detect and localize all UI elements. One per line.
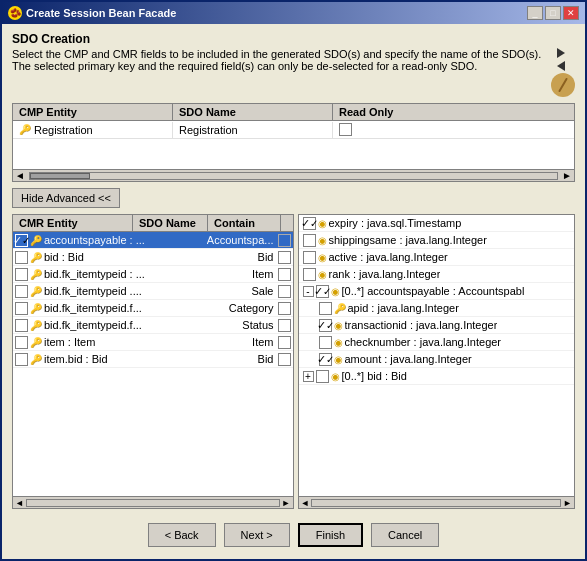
tree-row-active[interactable]: ◉ active : java.lang.Integer — [299, 249, 575, 266]
cmr-row-3[interactable]: 🔑 bid.fk_itemtypeid : ... Item — [13, 266, 293, 283]
main-window: 🫘 Create Session Bean Facade _ □ ✕ SDO C… — [0, 0, 587, 561]
tree-cb-shipping[interactable] — [303, 234, 316, 247]
tree-scroll-right[interactable]: ► — [563, 498, 572, 508]
tree-row-apid[interactable]: 🔑 apid : java.lang.Integer — [299, 300, 575, 317]
tree-row-checknum[interactable]: ◉ checknumber : java.lang.Integer — [299, 334, 575, 351]
arrow-left-icon — [557, 61, 565, 71]
tree-row-shipping[interactable]: ◉ shippingsame : java.lang.Integer — [299, 232, 575, 249]
cmp-scrollbar[interactable]: ◄ ► — [13, 169, 574, 181]
scroll-thumb[interactable] — [30, 173, 90, 179]
table-row[interactable]: 🔑 Registration Registration — [13, 121, 574, 139]
scroll-left-icon[interactable]: ◄ — [15, 170, 25, 181]
tree-icon-bid: ◉ — [331, 371, 340, 382]
back-button[interactable]: < Back — [148, 523, 216, 547]
tree-cb-bid[interactable] — [316, 370, 329, 383]
tree-text-amount: amount : java.lang.Integer — [345, 353, 472, 365]
tree-cb-active[interactable] — [303, 251, 316, 264]
cmr-scroll-right[interactable]: ► — [282, 498, 291, 508]
cmr-scrollbar[interactable]: ◄ ► — [13, 496, 293, 508]
cmr-row-4[interactable]: 🔑 bid.fk_itemtypeid .... Sale — [13, 283, 293, 300]
tree-row-expiry[interactable]: ✓ ◉ expiry : java.sql.Timestamp — [299, 215, 575, 232]
hide-advanced-label[interactable]: Hide Advanced << — [12, 188, 120, 208]
cmr-entity-icon-6: 🔑 — [30, 320, 42, 331]
scroll-right-icon[interactable]: ► — [562, 170, 572, 181]
section-description: Select the CMP and CMR fields to be incl… — [12, 48, 543, 72]
cmr-contain-7[interactable] — [278, 336, 291, 349]
tree-icon-active: ◉ — [318, 252, 327, 263]
cmr-scroll-left[interactable]: ◄ — [15, 498, 24, 508]
tree-cb-checknum[interactable] — [319, 336, 332, 349]
tree-cb-apid[interactable] — [319, 302, 332, 315]
cmr-contain-1[interactable] — [278, 234, 291, 247]
tree-cb-expiry[interactable]: ✓ — [303, 217, 316, 230]
tree-row-acctpay[interactable]: - ✓ ◉ [0..*] accountspayable : Accountsp… — [299, 283, 575, 300]
section-desc-row: Select the CMP and CMR fields to be incl… — [12, 48, 575, 97]
cmr-entity-icon-7: 🔑 — [30, 337, 42, 348]
cmr-checkbox-2[interactable] — [15, 251, 28, 264]
readonly-checkbox[interactable] — [339, 123, 352, 136]
tree-cb-amount[interactable]: ✓ — [319, 353, 332, 366]
cmr-row-6[interactable]: 🔑 bid.fk_itemtypeid.f... Status — [13, 317, 293, 334]
tree-icon-amount: ◉ — [334, 354, 343, 365]
cmr-contain-4[interactable] — [278, 285, 291, 298]
tree-expand-bid[interactable]: + — [303, 371, 314, 382]
minimize-button[interactable]: _ — [527, 6, 543, 20]
tree-scrollbar[interactable]: ◄ ► — [299, 496, 575, 508]
cmr-entity-text-1: accountspayable : ... — [44, 234, 145, 246]
cmr-checkbox-8[interactable] — [15, 353, 28, 366]
close-button[interactable]: ✕ — [563, 6, 579, 20]
cmr-checkbox-7[interactable] — [15, 336, 28, 349]
cmr-contain-3[interactable] — [278, 268, 291, 281]
cmr-checkbox-1[interactable]: ✓ — [15, 234, 28, 247]
tree-expand-acctpay[interactable]: - — [303, 286, 314, 297]
cmr-entity-text-8: item.bid : Bid — [44, 353, 108, 365]
tree-row-rank[interactable]: ◉ rank : java.lang.Integer — [299, 266, 575, 283]
bean-icon — [551, 73, 575, 97]
tree-cb-transid[interactable]: ✓ — [319, 319, 332, 332]
cmr-row-7[interactable]: 🔑 item : Item Item — [13, 334, 293, 351]
cmr-checkbox-3[interactable] — [15, 268, 28, 281]
cmr-row-1[interactable]: ✓ 🔑 accountspayable : ... Accountspa... — [13, 232, 293, 249]
tree-scroll-left[interactable]: ◄ — [301, 498, 310, 508]
cmr-contain-8[interactable] — [278, 353, 291, 366]
tree-row-amount[interactable]: ✓ ◉ amount : java.lang.Integer — [299, 351, 575, 368]
tree-icon-checknum: ◉ — [334, 337, 343, 348]
cmr-checkbox-6[interactable] — [15, 319, 28, 332]
cmr-checkbox-4[interactable] — [15, 285, 28, 298]
maximize-button[interactable]: □ — [545, 6, 561, 20]
cmr-contain-2[interactable] — [278, 251, 291, 264]
cmr-contain-6[interactable] — [278, 319, 291, 332]
tree-icon-expiry: ◉ — [318, 218, 327, 229]
cmr-sdo-text-8: Bid — [258, 353, 276, 365]
tree-cb-rank[interactable] — [303, 268, 316, 281]
advanced-section: CMR Entity SDO Name Contain ✓ 🔑 accounts… — [12, 214, 575, 509]
cmp-table-empty — [13, 139, 574, 169]
tree-row-transid[interactable]: ✓ ◉ transactionid : java.lang.Integer — [299, 317, 575, 334]
cmr-entity-text-7: item : Item — [44, 336, 95, 348]
finish-button[interactable]: Finish — [298, 523, 363, 547]
dialog-content: SDO Creation Select the CMP and CMR fiel… — [2, 24, 585, 559]
tree-row-bid[interactable]: + ◉ [0..*] bid : Bid — [299, 368, 575, 385]
tree-cb-acctpay[interactable]: ✓ — [316, 285, 329, 298]
cmr-checkbox-5[interactable] — [15, 302, 28, 315]
cmr-sdo-text-6: Status — [242, 319, 275, 331]
cmr-sdo-text-3: Item — [252, 268, 275, 280]
cmr-col-sdo: SDO Name — [133, 215, 208, 231]
cmp-col-sdo: SDO Name — [173, 104, 333, 120]
cmr-row-5[interactable]: 🔑 bid.fk_itemtypeid.f... Category — [13, 300, 293, 317]
tree-text-active: active : java.lang.Integer — [329, 251, 448, 263]
next-button[interactable]: Next > — [224, 523, 290, 547]
title-controls: _ □ ✕ — [527, 6, 579, 20]
cmr-entity-text-6: bid.fk_itemtypeid.f... — [44, 319, 142, 331]
hide-advanced-btn[interactable]: Hide Advanced << — [12, 188, 575, 208]
cmr-row-8[interactable]: 🔑 item.bid : Bid Bid — [13, 351, 293, 368]
tree-icon-shipping: ◉ — [318, 235, 327, 246]
tree-panel: ✓ ◉ expiry : java.sql.Timestamp ◉ shippi… — [298, 214, 576, 509]
cmr-col-contain: Contain — [208, 215, 281, 231]
cmr-contain-5[interactable] — [278, 302, 291, 315]
tree-icon-acctpay: ◉ — [331, 286, 340, 297]
cancel-button[interactable]: Cancel — [371, 523, 439, 547]
tree-text-expiry: expiry : java.sql.Timestamp — [329, 217, 462, 229]
cmr-row-2[interactable]: 🔑 bid : Bid Bid — [13, 249, 293, 266]
cmr-sdo-text-7: Item — [252, 336, 275, 348]
